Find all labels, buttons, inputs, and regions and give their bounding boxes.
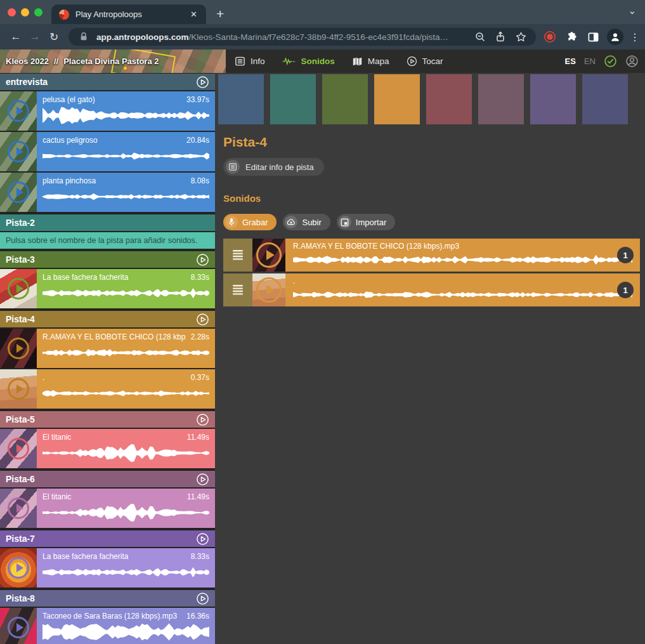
sound-thumbnail[interactable] (0, 608, 37, 644)
new-tab-button[interactable]: + (216, 6, 224, 22)
track-header-pista-3[interactable]: Pista-3 (0, 251, 215, 268)
sound-row[interactable]: R.AMAYA Y EL BOBOTE CHICO (128 kbps).mp3… (223, 239, 640, 272)
play-overlay-icon[interactable] (8, 278, 29, 299)
record-button[interactable]: Grabar (223, 214, 277, 230)
play-overlay-icon[interactable] (8, 338, 29, 359)
sidebar-sound-item[interactable]: .0.37s (0, 369, 215, 409)
share-icon[interactable] (493, 31, 508, 43)
track-color-swatch-4[interactable] (374, 74, 420, 124)
forward-button[interactable]: → (25, 30, 44, 43)
sound-thumbnail[interactable] (0, 91, 37, 131)
track-play-button[interactable] (196, 473, 209, 486)
breadcrumb[interactable]: Kleos 2022 // Placeta Divina Pastora 2 (6, 49, 159, 73)
sound-duration: 11.49s (187, 492, 209, 501)
play-overlay-icon[interactable] (8, 497, 29, 519)
track-play-button[interactable] (196, 532, 209, 546)
sidebar-sound-item[interactable]: R.AMAYA Y EL BOBOTE CHICO (128 kbps)....… (0, 329, 215, 368)
nav-item-sonidos[interactable]: Sonidos (282, 56, 335, 67)
sound-title: El titanic (42, 492, 182, 501)
track-header-entrevista[interactable]: entrevista (0, 74, 215, 90)
sidebar-sound-item[interactable]: Taconeo de Sara Baras (128 kbps).mp316.3… (0, 608, 215, 644)
bookmark-star-icon[interactable] (513, 31, 528, 43)
track-header-pista-8[interactable]: Pista-8 (0, 590, 215, 607)
sidebar-sound-item[interactable]: cactus peligroso20.84s (0, 132, 215, 171)
sound-duration: 8.33s (191, 552, 209, 561)
track-header-pista-2[interactable]: Pista-2 (0, 214, 215, 231)
profile-avatar[interactable] (607, 29, 623, 45)
drag-handle[interactable] (223, 273, 252, 306)
lang-en[interactable]: EN (584, 56, 596, 66)
sound-thumbnail[interactable] (252, 239, 285, 272)
browser-menu-icon[interactable]: ⋮ (630, 31, 639, 43)
play-overlay-icon[interactable] (8, 617, 29, 638)
sound-thumbnail[interactable] (0, 132, 37, 171)
sound-thumbnail[interactable] (0, 329, 37, 368)
drag-handle[interactable] (223, 239, 252, 272)
play-overlay-icon[interactable] (256, 242, 282, 268)
track-play-button[interactable] (196, 313, 209, 326)
track-header-pista-7[interactable]: Pista-7 (0, 530, 215, 547)
track-header-pista-4[interactable]: Pista-4 (0, 311, 215, 327)
sidebar-sound-item[interactable]: La base fachera facherita8.33s (0, 548, 215, 588)
play-overlay-icon[interactable] (8, 438, 29, 459)
sidebar-sound-item[interactable]: El titanic11.49s (0, 429, 215, 468)
sound-duration: 11.49s (187, 433, 209, 442)
window-close-button[interactable] (8, 8, 16, 16)
sidebar-sound-item[interactable]: planta pinchosa8.08s (0, 173, 215, 212)
track-color-swatch-2[interactable] (270, 74, 316, 124)
nav-item-info[interactable]: Info (235, 56, 265, 67)
track-hint: Pulsa sobre el nombre de la pista para a… (0, 232, 215, 249)
track-color-swatch-6[interactable] (478, 74, 524, 124)
side-panel-icon[interactable] (585, 31, 601, 43)
play-overlay-icon[interactable] (8, 557, 29, 579)
back-button[interactable]: ← (6, 30, 25, 43)
window-minimize-button[interactable] (21, 8, 29, 16)
sound-thumbnail[interactable] (0, 269, 37, 308)
sidebar-track-pista-3: Pista-3La base fachera facherita8.33s (0, 251, 215, 308)
sound-row[interactable]: .1 (223, 273, 640, 306)
track-play-button[interactable] (196, 253, 209, 266)
lang-es[interactable]: ES (565, 56, 576, 66)
edit-track-info-button[interactable]: Editar info de pista (223, 158, 324, 176)
sound-thumbnail[interactable] (0, 173, 37, 212)
track-color-swatch-3[interactable] (322, 74, 368, 124)
reload-button[interactable]: ↻ (44, 30, 63, 44)
play-overlay-icon[interactable] (8, 141, 29, 162)
account-icon[interactable] (625, 55, 639, 68)
sound-thumbnail[interactable] (0, 489, 37, 528)
extensions-puzzle-icon[interactable] (564, 31, 579, 43)
track-color-swatch-8[interactable] (582, 74, 628, 124)
sidebar-sound-item[interactable]: pelusa (el gato)33.97s (0, 91, 215, 131)
record-extension-icon[interactable] (542, 30, 557, 43)
sound-thumbnail[interactable] (252, 273, 285, 306)
track-color-swatch-1[interactable] (218, 74, 264, 124)
sidebar-sound-item[interactable]: El titanic11.49s (0, 489, 215, 528)
sound-thumbnail[interactable] (0, 548, 37, 588)
upload-button[interactable]: Subir (283, 214, 330, 230)
track-name: Pista-8 (6, 593, 35, 603)
track-color-swatch-5[interactable] (426, 74, 472, 124)
track-play-button[interactable] (196, 413, 209, 426)
sound-thumbnail[interactable] (0, 429, 37, 468)
tab-close-icon[interactable]: ✕ (189, 10, 199, 19)
track-play-button[interactable] (196, 76, 209, 89)
nav-item-mapa[interactable]: Mapa (352, 56, 389, 67)
track-header-pista-6[interactable]: Pista-6 (0, 471, 215, 487)
play-overlay-icon[interactable] (256, 277, 282, 303)
play-overlay-icon[interactable] (8, 181, 29, 203)
play-overlay-icon[interactable] (8, 378, 29, 400)
play-overlay-icon[interactable] (8, 100, 29, 122)
sidebar-sound-item[interactable]: La base fachera facherita8.33s (0, 269, 215, 308)
nav-item-tocar[interactable]: Tocar (407, 56, 443, 67)
sound-thumbnail[interactable] (0, 369, 37, 409)
track-color-swatch-7[interactable] (530, 74, 576, 124)
tab-search-chevron-icon[interactable]: ⌄ (628, 5, 636, 16)
browser-tab[interactable]: Play Antropoloops ✕ (51, 4, 206, 24)
address-bar[interactable]: app.antropoloops.com/Kleos-Santa-Marina/… (68, 28, 536, 46)
track-header-pista-5[interactable]: Pista-5 (0, 411, 215, 428)
track-play-button[interactable] (196, 592, 209, 605)
zoom-out-icon[interactable] (472, 31, 488, 43)
breadcrumb-project[interactable]: Kleos 2022 (6, 56, 49, 66)
import-button[interactable]: Importar (337, 214, 395, 230)
window-zoom-button[interactable] (34, 8, 42, 16)
